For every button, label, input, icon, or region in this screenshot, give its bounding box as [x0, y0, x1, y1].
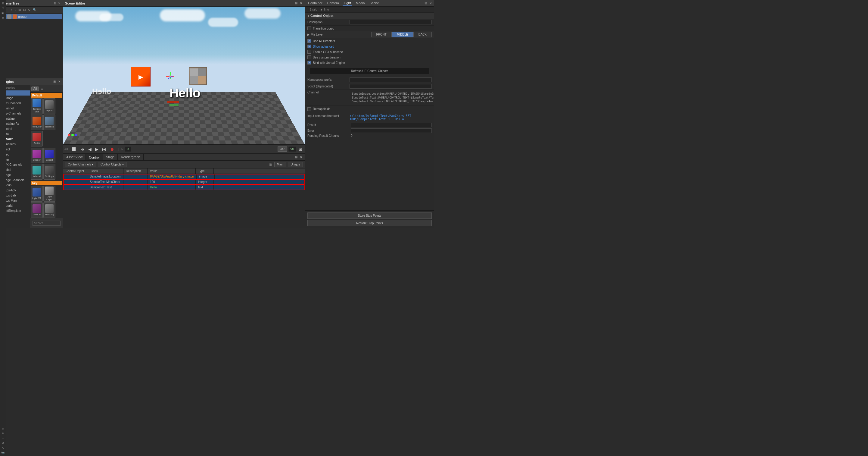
record-btn[interactable]: ⏺ — [109, 146, 115, 152]
viz-layer-collapse-icon[interactable]: ▶ — [307, 33, 310, 36]
plugin-expert[interactable]: Expert — [43, 148, 55, 163]
asset-row-1[interactable]: SampleText.MaxChars 100 integer — [63, 179, 305, 185]
plugins-search-input[interactable] — [32, 221, 61, 226]
use-custom-duration-checkbox[interactable] — [307, 55, 311, 59]
bind-unreal-checkbox[interactable] — [307, 61, 311, 64]
close-icon[interactable]: ✕ — [58, 1, 61, 5]
enable-gfx-checkbox[interactable] — [307, 50, 311, 54]
skip-start-btn[interactable]: ⏮ — [79, 146, 86, 152]
plugin-settings[interactable]: Settings — [43, 164, 55, 180]
move-down-btn[interactable]: ↓ — [13, 8, 17, 12]
asset-close-icon[interactable]: ✕ — [299, 155, 303, 159]
namespace-prefix-input[interactable] — [349, 78, 432, 82]
play-btn[interactable]: ▶ — [94, 146, 100, 152]
fullscreen-btn[interactable]: ⊞ — [298, 146, 304, 152]
move-up-btn[interactable]: ↑ — [10, 8, 13, 12]
show-advanced-checkbox[interactable] — [307, 45, 311, 48]
tab-camera[interactable]: Camera — [326, 1, 340, 6]
playback-mode-btn[interactable]: ⏹ — [70, 145, 78, 153]
plugin-instance[interactable]: Instance — [43, 115, 55, 130]
look-at-icon — [32, 204, 41, 213]
tab-light[interactable]: Light — [343, 1, 352, 6]
play-back-btn[interactable]: ◀ — [87, 146, 93, 152]
producer-icon — [32, 117, 41, 125]
tab-container[interactable]: Container — [307, 1, 324, 6]
viz-front-btn[interactable]: FRONT — [371, 32, 392, 37]
expand-icon[interactable]: ⊞ — [53, 1, 57, 5]
asset-row-0[interactable]: SampleImage.Location IMAGE*StyAny/8dl/4l… — [63, 174, 305, 179]
delete-control-btn[interactable]: 🗑 — [269, 163, 273, 167]
play-forward-btn[interactable]: ⏭ — [101, 146, 107, 152]
tab-stage[interactable]: Stage — [103, 154, 118, 160]
asset-table-header: ControlObject Fields Description Value T… — [63, 169, 305, 174]
tab-scene[interactable]: Scene — [369, 1, 380, 6]
unique-btn[interactable]: Unique — [288, 162, 303, 167]
control-objects-btn[interactable]: Control Objects ▾ — [98, 162, 126, 167]
remap-fields-checkbox[interactable] — [307, 107, 311, 111]
loop-label: ↻ — [121, 147, 123, 151]
scene-editor-title: Scene Editor — [65, 1, 85, 5]
row1-desc — [123, 179, 148, 184]
plugins-close-icon[interactable]: ✕ — [58, 80, 61, 84]
script-input[interactable] — [349, 84, 432, 89]
main-btn[interactable]: Main — [274, 162, 286, 167]
error-input[interactable] — [351, 129, 432, 133]
tab-asset-view[interactable]: Asset View — [63, 154, 86, 160]
scene-cube-red: ▶ — [131, 67, 151, 86]
control-object-header: ● Control Object — [305, 13, 434, 19]
refresh-ue-btn[interactable]: Refresh UE Control Objects — [310, 68, 429, 74]
restore-stop-points-btn[interactable]: Restore Stop Points — [307, 220, 432, 226]
plugin-producer[interactable]: Producer — [31, 115, 43, 130]
plugin-alpha[interactable]: Alpha — [43, 98, 55, 114]
plugin-masking[interactable]: Masking — [43, 202, 55, 218]
prop-viz-layer: ▶ Viz Layer FRONT MIDDLE BACK — [305, 31, 434, 38]
tree-item-group[interactable]: group — [1, 14, 62, 19]
filter-icon-btn[interactable]: ≡ — [40, 86, 44, 92]
expand-info-icon[interactable]: ▶ — [321, 8, 323, 11]
search-tree-btn[interactable]: 🔍 — [32, 8, 37, 12]
light-layer-icon — [45, 187, 54, 195]
viz-middle-btn[interactable]: MIDDLE — [392, 32, 413, 37]
right-expand-icon[interactable]: ⊞ — [424, 1, 428, 5]
right-properties-panel: Container Camera Light Media Scene ⊞ ✕ 1… — [305, 0, 434, 228]
scene-editor-header: Scene Editor ⊞ ✕ — [63, 0, 305, 7]
transition-logic-checkbox[interactable] — [307, 27, 311, 30]
pending-label: Pending Result Chunks — [307, 134, 349, 137]
plugin-light-va[interactable]: Light VA — [31, 186, 43, 202]
scene-viewport[interactable]: ▶ Hello olleH — [63, 7, 305, 144]
collapse-all-btn[interactable]: ⊟ — [22, 8, 27, 12]
prop-channel: Channel SampleImage.Location:UNREAL*CONT… — [305, 90, 434, 106]
use-all-directors-checkbox[interactable] — [307, 39, 311, 43]
tab-media[interactable]: Media — [355, 1, 366, 6]
prop-use-all-directors: Use All Directors — [305, 38, 434, 44]
all-filter-btn[interactable]: All — [31, 86, 39, 91]
viz-back-btn[interactable]: BACK — [413, 32, 432, 37]
asset-row-2[interactable]: SampleText.Text Hello text — [63, 185, 305, 190]
plugin-audio[interactable]: Audio — [31, 131, 43, 146]
scene-editor-close-icon[interactable]: ✕ — [299, 1, 303, 5]
plugins-expand-icon[interactable]: ⊞ — [53, 80, 56, 84]
remap-section: Remap fields — [305, 106, 434, 113]
plugin-clipper[interactable]: Clipper — [31, 148, 43, 163]
prop-use-custom-duration: Use custom duration — [305, 55, 434, 60]
plugin-look-at[interactable]: Look at — [31, 202, 43, 218]
plugin-light-layer[interactable]: Light Layer — [43, 186, 55, 202]
asset-toolbar: Control Channels ▾ Control Objects ▾ 🗑 M… — [63, 161, 305, 169]
refresh-tree-btn[interactable]: ↻ — [27, 8, 31, 12]
tab-rendergraph[interactable]: Rendergraph — [118, 154, 143, 160]
plugin-texture-slot[interactable]: Texture Slot — [31, 98, 43, 114]
scene-editor-expand-icon[interactable]: ⊞ — [294, 1, 298, 5]
remap-fields-label: Remap fields — [313, 107, 330, 111]
asset-expand-icon[interactable]: ⊞ — [294, 155, 298, 159]
desc-input[interactable] — [349, 20, 432, 24]
plugin-infotext[interactable]: Infotext — [31, 164, 43, 180]
expand-all-btn[interactable]: ⊞ — [18, 8, 22, 12]
result-input[interactable] — [351, 123, 432, 127]
play-mode-btn[interactable]: 287 — [278, 146, 287, 151]
control-object-title: Control Object — [310, 14, 333, 18]
store-stop-points-btn[interactable]: Store Stop Points — [307, 212, 432, 219]
scene-tree-toolbar: + − ↑ ↓ ⊞ ⊟ ↻ 🔍 — [0, 7, 63, 13]
tab-control[interactable]: Control — [86, 154, 103, 160]
right-close-icon[interactable]: ✕ — [429, 1, 432, 5]
control-channels-btn[interactable]: Control Channels ▾ — [65, 162, 96, 167]
